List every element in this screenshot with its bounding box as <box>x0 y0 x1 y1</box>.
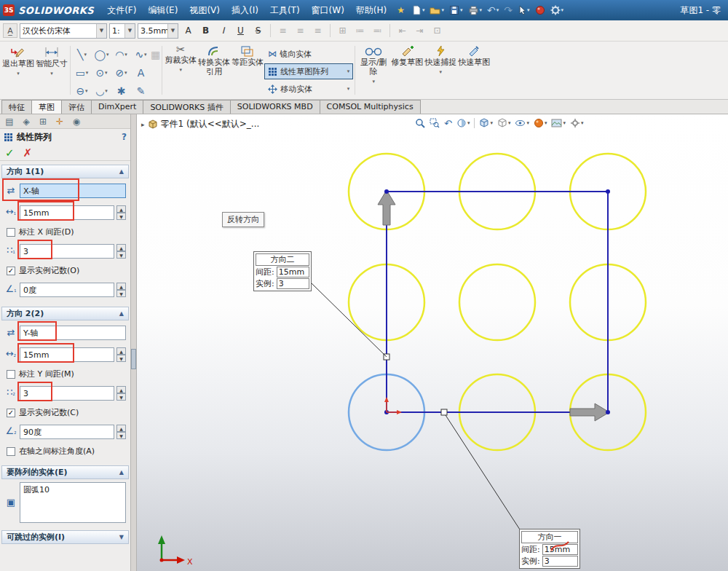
entities-header[interactable]: 要阵列的实体(E) ▲ <box>1 465 129 479</box>
view-orientation-button[interactable]: ▾ <box>478 116 494 130</box>
zoom-area-button[interactable] <box>428 116 441 130</box>
skip-instances-header[interactable]: 可跳过的实例(I) ▼ <box>1 530 129 544</box>
sketch-picture-button[interactable]: ▦ <box>151 45 160 63</box>
spin-down-icon[interactable]: ▼ <box>116 251 126 259</box>
show-instance-count-checkbox-2[interactable]: ✓ <box>7 409 15 417</box>
menu-insert[interactable]: 插入(I) <box>226 1 264 20</box>
point-tool-button[interactable]: ✱ <box>111 82 131 100</box>
fillet-tool-button[interactable]: ◡▾ <box>92 82 111 100</box>
text-scale-combo[interactable]: 1: ▼ <box>109 23 135 39</box>
count-value[interactable]: 3 <box>277 278 309 289</box>
splitter-grip[interactable] <box>131 349 136 369</box>
strikethrough-button[interactable]: S <box>250 23 266 39</box>
menu-file[interactable]: 文件(F) <box>101 1 142 20</box>
spin-up-icon[interactable]: ▲ <box>116 283 126 290</box>
move-entities-button[interactable]: 移动实体 ▾ <box>264 81 353 97</box>
bold-button[interactable]: B <box>198 23 213 39</box>
spin-down-icon[interactable]: ▼ <box>116 213 126 220</box>
convert-entities-button[interactable]: 转换实体引用 <box>197 43 231 98</box>
spin-up-icon[interactable]: ▲ <box>116 347 126 355</box>
display-delete-relations-button[interactable]: 显示/删除 ▾ <box>357 43 390 98</box>
reverse-direction-icon[interactable]: ⇄ <box>4 186 17 196</box>
options-button[interactable]: ▾ <box>548 2 566 18</box>
print-button[interactable]: ▾ <box>466 2 485 18</box>
spin-down-icon[interactable]: ▼ <box>116 290 126 297</box>
menu-help[interactable]: 帮助(H) <box>350 1 392 20</box>
direction1-count-field[interactable]: 3 <box>20 244 114 259</box>
direction1-header[interactable]: 方向 1(1) ▲ <box>1 165 129 178</box>
menu-window[interactable]: 窗口(W) <box>306 1 350 20</box>
number-list-icon[interactable]: ≕ <box>370 23 385 39</box>
graphics-viewport[interactable]: X ▸ 零件1 (默认<<默认>_... ↶ <box>131 114 728 571</box>
direction2-count-field[interactable]: 3 <box>20 386 114 401</box>
direction1-spacing-field[interactable]: 15mm <box>20 205 114 220</box>
spline-tool-button[interactable]: ∿▾ <box>131 45 151 63</box>
spinner[interactable]: ▲▼ <box>116 244 126 259</box>
sketch-canvas[interactable]: X <box>131 114 728 571</box>
polygon-tool-button[interactable]: ⊖▾ <box>72 82 92 100</box>
entities-list-item[interactable]: 圆弧10 <box>23 484 122 495</box>
new-document-button[interactable]: ▾ <box>409 2 427 18</box>
repair-sketch-button[interactable]: 修复草图 <box>390 43 424 98</box>
rebuild-button[interactable] <box>533 2 547 18</box>
slot-tool-button[interactable]: ⊙▾ <box>92 63 111 82</box>
direction2-axis-field[interactable]: Y-轴 <box>20 326 126 340</box>
line-tool-button[interactable]: ╲▾ <box>72 45 92 63</box>
mirror-entities-button[interactable]: ⋈ 镜向实体 <box>264 46 353 62</box>
tab-mbd[interactable]: SOLIDWORKS MBD <box>230 100 320 114</box>
undo-button[interactable]: ↶ ▾ <box>485 2 501 18</box>
pin-menu-icon[interactable]: ★ <box>397 5 405 15</box>
spin-down-icon[interactable]: ▼ <box>116 355 126 362</box>
dim-y-spacing-checkbox[interactable] <box>7 370 15 379</box>
text-tool-button[interactable]: A <box>131 63 151 82</box>
quick-sketch-button[interactable]: 快速草图 <box>457 43 491 98</box>
featuremanager-tree-icon[interactable]: ▤ <box>2 115 17 127</box>
menu-edit[interactable]: 编辑(E) <box>142 1 183 20</box>
apply-scene-button[interactable]: ▾ <box>550 116 567 130</box>
align-left-icon[interactable]: ≡ <box>275 23 290 39</box>
hide-show-items-button[interactable]: ▾ <box>513 116 531 130</box>
spin-down-icon[interactable]: ▼ <box>116 393 126 401</box>
ok-button[interactable]: ✓ <box>5 146 15 160</box>
text-height-combo[interactable]: 3.5mm ▼ <box>138 23 178 39</box>
arc-tool-button[interactable]: ◠▾ <box>111 45 131 63</box>
font-name-combo[interactable]: 汉仪长仿宋体 ▼ <box>20 23 107 39</box>
menu-tools[interactable]: 工具(T) <box>264 1 306 20</box>
show-instance-count-checkbox-1[interactable]: ✓ <box>7 267 15 275</box>
entities-listbox[interactable]: 圆弧10 <box>20 482 126 523</box>
section-view-button[interactable]: ▾ <box>455 116 472 130</box>
smart-dimension-button[interactable]: 智能尺寸 ▾ <box>35 43 68 98</box>
direction2-arrow[interactable] <box>378 190 395 225</box>
displaymanager-icon[interactable]: ◉ <box>69 115 84 127</box>
flyout-chevron-icon[interactable]: ▸ <box>141 121 145 128</box>
quick-snaps-button[interactable]: 快速捕捉 ▾ <box>424 43 457 98</box>
view-settings-button[interactable]: ▾ <box>569 116 585 130</box>
italic-button[interactable]: I <box>215 23 231 39</box>
exit-sketch-button[interactable]: 退出草图 ▾ <box>1 43 35 98</box>
tab-comsol[interactable]: COMSOL Multiphysics <box>320 100 421 114</box>
direction2-spacing-field[interactable]: 15mm <box>20 347 114 362</box>
tab-dimxpert[interactable]: DimXpert <box>91 100 143 114</box>
text-format-icon[interactable]: A̲ <box>3 23 17 38</box>
circle-tool-button[interactable]: ◯▾ <box>92 45 111 63</box>
spin-up-icon[interactable]: ▲ <box>116 425 126 432</box>
tab-features[interactable]: 特征 <box>1 100 32 114</box>
direction1-angle-field[interactable]: 0度 <box>20 283 114 297</box>
spinner[interactable]: ▲▼ <box>116 283 126 297</box>
direction1-axis-field[interactable]: X-轴 <box>20 184 126 198</box>
help-icon[interactable]: ? <box>122 132 127 142</box>
direction1-handle[interactable] <box>441 409 447 415</box>
offset-entities-button[interactable]: 等距实体 <box>231 43 264 98</box>
direction1-arrow[interactable] <box>570 403 609 421</box>
bullet-list-icon[interactable]: ≔ <box>352 23 368 39</box>
ellipse-tool-button[interactable]: ⊘▾ <box>111 63 131 82</box>
indent-right-icon[interactable]: ⇥ <box>412 23 427 39</box>
underline-button[interactable]: U <box>233 23 248 39</box>
rotate-text-icon[interactable]: ⊞ <box>335 23 350 39</box>
dimxpertmanager-icon[interactable]: ✛ <box>52 115 67 127</box>
spin-up-icon[interactable]: ▲ <box>116 386 126 393</box>
open-document-button[interactable]: ▾ <box>427 2 446 18</box>
spacing-value[interactable]: 15mm <box>277 267 309 277</box>
tab-evaluate[interactable]: 评估 <box>61 100 92 114</box>
display-style-button[interactable]: ▾ <box>496 116 513 130</box>
